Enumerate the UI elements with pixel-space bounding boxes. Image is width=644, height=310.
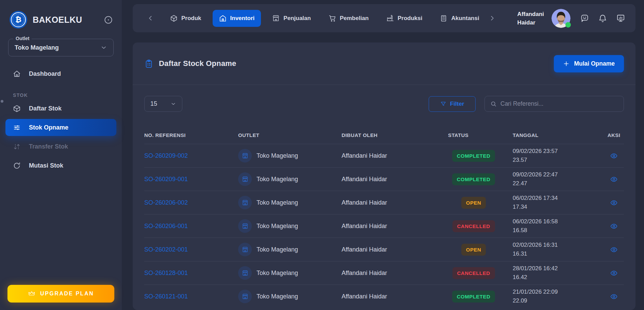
search-input[interactable] (500, 100, 618, 107)
reference-link[interactable]: SO-260206-002 (144, 199, 238, 206)
view-eye-icon[interactable] (610, 222, 618, 230)
status-cell: COMPLETED (448, 291, 513, 303)
status-cell: OPEN (448, 244, 513, 256)
date-line: 06/02/2026 16:58 (513, 217, 604, 226)
status-badge: OPEN (461, 244, 486, 256)
notifications-bell-icon[interactable] (598, 14, 607, 23)
sidebar-menu-stok: Daftar StokStok OpnameTransfer StokMutas… (0, 100, 122, 174)
sidebar-collapse-icon[interactable] (104, 15, 113, 24)
user-name[interactable]: Affandani Haidar (517, 10, 544, 27)
date-line: 21/01/2026 22:09 (513, 288, 604, 296)
view-eye-icon[interactable] (610, 175, 618, 183)
time-line: 16.42 (513, 273, 604, 282)
reference-link[interactable]: SO-260202-001 (144, 246, 238, 253)
transfer-icon (13, 143, 21, 151)
sidebar-menu-top: Dashboard (0, 65, 122, 82)
outlet-select[interactable]: Outlet Toko Magelang (8, 39, 114, 56)
column-header-outlet: OUTLET (238, 132, 342, 138)
calculator-icon (440, 15, 447, 22)
view-eye-icon[interactable] (610, 152, 618, 160)
page-title: Daftar Stock Opname (159, 59, 236, 68)
date-line: 09/02/2026 23:57 (513, 147, 604, 156)
reference-link[interactable]: SO-260209-002 (144, 152, 238, 159)
view-eye-icon[interactable] (610, 246, 618, 254)
store-icon (272, 15, 280, 22)
table-row[interactable]: SO-260209-002Toko MagelangAffandani Haid… (144, 144, 624, 167)
display-monitor-icon[interactable] (616, 14, 625, 23)
reference-link[interactable]: SO-260209-001 (144, 176, 238, 183)
tab-produk[interactable]: Produk (164, 10, 208, 27)
tab-inventori[interactable]: Inventori (213, 10, 261, 27)
tab-label: Penjualan (283, 15, 311, 22)
nav-scroll-left-icon[interactable] (147, 15, 154, 22)
sidebar-section-label: STOK (13, 92, 122, 98)
table-row[interactable]: SO-260121-001Toko MagelangAffandani Haid… (144, 285, 624, 308)
tab-akuntansi[interactable]: Akuntansi (433, 10, 485, 27)
date-cell: 21/01/2026 22:0922.09 (513, 288, 604, 305)
sidebar-item-label: Stok Opname (29, 124, 68, 131)
outlet-cell: Toko Magelang (238, 219, 342, 233)
action-cell (604, 152, 624, 160)
store-icon-badge (238, 243, 252, 256)
store-icon (242, 293, 248, 300)
refresh-icon (13, 162, 21, 170)
outlet-name: Toko Magelang (257, 223, 298, 230)
time-line: 22.47 (513, 179, 604, 188)
status-cell: COMPLETED (448, 173, 513, 185)
table-toolbar: 15 Filter (144, 96, 624, 112)
feedback-chat-icon[interactable] (580, 14, 589, 23)
mulai-opname-button[interactable]: Mulai Opname (554, 55, 624, 72)
table-row[interactable]: SO-260206-002Toko MagelangAffandani Haid… (144, 191, 624, 214)
table-row[interactable]: SO-260202-001Toko MagelangAffandani Haid… (144, 238, 624, 261)
brand-row: ₿ BAKOELKU (0, 0, 122, 29)
date-cell: 06/02/2026 17:3417.34 (513, 194, 604, 211)
column-header-aksi: AKSI (604, 132, 624, 138)
sidebar-item-dashboard[interactable]: Dashboard (5, 65, 116, 82)
page-size-value: 15 (150, 100, 157, 107)
reference-link[interactable]: SO-260121-001 (144, 293, 238, 300)
status-badge: COMPLETED (452, 291, 495, 303)
view-eye-icon[interactable] (610, 199, 618, 207)
user-name-line1: Affandani (517, 10, 544, 18)
sidebar-item-stok-opname[interactable]: Stok Opname (5, 119, 116, 136)
tab-produksi[interactable]: Produksi (380, 10, 429, 27)
user-name-line2: Haidar (517, 18, 544, 27)
page-size-select[interactable]: 15 (144, 96, 182, 112)
plus-icon (563, 61, 569, 67)
reference-link[interactable]: SO-260128-001 (144, 270, 238, 277)
store-icon (242, 223, 248, 229)
sidebar-item-transfer-stok: Transfer Stok (5, 138, 116, 155)
outlet-name: Toko Magelang (257, 152, 298, 159)
sidebar-item-daftar-stok[interactable]: Daftar Stok (5, 100, 116, 117)
action-cell (604, 293, 624, 300)
tab-pembelian[interactable]: Pembelian (322, 10, 375, 27)
store-icon (242, 200, 248, 206)
status-cell: OPEN (448, 197, 513, 209)
status-cell: CANCELLED (448, 267, 513, 279)
reference-link[interactable]: SO-260206-001 (144, 223, 238, 230)
table-row[interactable]: SO-260128-001Toko MagelangAffandani Haid… (144, 261, 624, 285)
stock-opname-table: NO. REFERENSIOUTLETDIBUAT OLEHSTATUSTANG… (144, 126, 624, 308)
view-eye-icon[interactable] (610, 293, 618, 300)
action-cell (604, 222, 624, 230)
brand-name: BAKOELKU (33, 15, 82, 25)
card-header: Daftar Stock Opname Mulai Opname (133, 42, 635, 85)
time-line: 16.31 (513, 249, 604, 258)
action-cell (604, 199, 624, 207)
column-header-dibuat-oleh: DIBUAT OLEH (342, 132, 448, 138)
sliders-icon (13, 124, 21, 132)
table-row[interactable]: SO-260209-001Toko MagelangAffandani Haid… (144, 167, 624, 191)
sidebar-item-mutasi-stok[interactable]: Mutasi Stok (5, 157, 116, 174)
cart-icon (329, 15, 336, 22)
upgrade-plan-button[interactable]: UPGRADE PLAN (7, 285, 114, 303)
view-eye-icon[interactable] (610, 269, 618, 277)
chevron-down-icon (100, 44, 107, 51)
avatar[interactable] (551, 9, 571, 28)
outlet-cell: Toko Magelang (238, 243, 342, 256)
table-row[interactable]: SO-260206-001Toko MagelangAffandani Haid… (144, 214, 624, 238)
nav-scroll-right-icon[interactable] (489, 15, 496, 22)
filter-button[interactable]: Filter (429, 96, 476, 112)
column-header-status: STATUS (448, 132, 513, 138)
tab-penjualan[interactable]: Penjualan (266, 10, 317, 27)
store-icon-badge (238, 196, 252, 209)
